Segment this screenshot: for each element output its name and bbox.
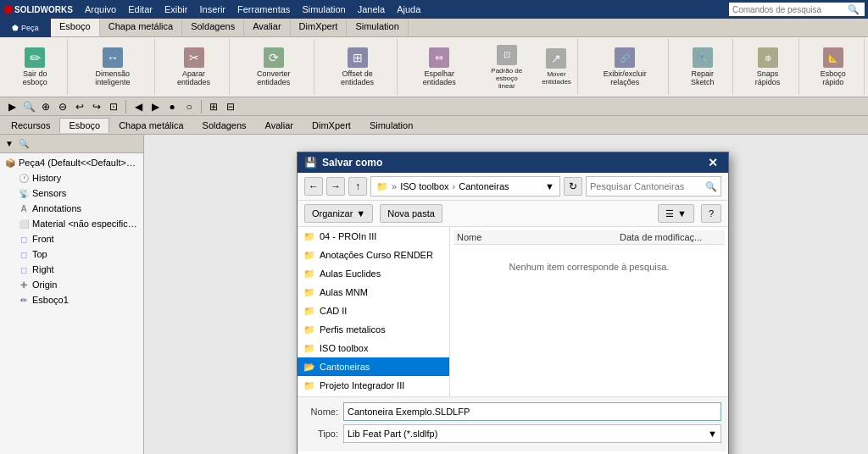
search-input[interactable] <box>729 5 848 14</box>
subtab-avaliar[interactable]: Avaliar <box>256 118 303 133</box>
tree-item-esboço1[interactable]: ✏ Esboço1 <box>15 292 142 307</box>
view-button[interactable]: ☰ ▼ <box>658 204 694 223</box>
ribbon-tab-simulation[interactable]: Simulation <box>347 19 408 36</box>
sair-esboço-button[interactable]: ✏ Sair do esboço <box>7 46 64 88</box>
toolbar2-btn10[interactable]: ● <box>164 99 181 114</box>
col-date-header[interactable]: Data de modificaç... <box>620 232 721 242</box>
type-dropdown-icon[interactable]: ▼ <box>708 429 717 439</box>
toolbar2-btn2[interactable]: 🔍 <box>20 99 37 114</box>
folder-cantoneiras[interactable]: 📂 Cantoneiras <box>298 357 449 376</box>
new-folder-button[interactable]: Nova pasta <box>380 204 442 223</box>
ribbon-tab-avaliar[interactable]: Avaliar <box>244 19 290 36</box>
subtab-soldagens[interactable]: Soldagens <box>193 118 256 133</box>
menu-inserir[interactable]: Inserir <box>194 3 231 16</box>
menu-exibir[interactable]: Exibir <box>159 3 193 16</box>
folder-mnm[interactable]: 📁 Aulas MNM <box>298 283 449 302</box>
ribbon-tab-chapa[interactable]: Chapa metálica <box>100 19 182 36</box>
refresh-button[interactable]: ↻ <box>564 177 582 196</box>
esboço-rapido-button[interactable]: 📐 Esboço rápido <box>806 46 860 88</box>
folder-perfis[interactable]: 📁 Perfis metalicos <box>298 320 449 339</box>
search-box[interactable]: 🔍 <box>729 3 865 16</box>
ribbon-tab-dimxpert[interactable]: DimXpert <box>291 19 348 36</box>
folder-euclides[interactable]: 📁 Aulas Euclides <box>298 264 449 283</box>
menu-janela[interactable]: Janela <box>353 3 390 16</box>
up-button[interactable]: ↑ <box>348 177 367 196</box>
tree-item-peca4[interactable]: 📦 Peça4 (Default<<Default>_Phot <box>2 155 142 170</box>
view-icon: ☰ <box>665 208 674 219</box>
folder-label: Aulas Euclides <box>320 269 381 279</box>
menu-arquivo[interactable]: Arquivo <box>80 3 121 16</box>
menu-simulation[interactable]: Simulation <box>297 3 350 16</box>
aparar-entidades-button[interactable]: ✂ Aparar entidades <box>162 46 225 88</box>
filename-input[interactable] <box>343 402 721 421</box>
col-name-header[interactable]: Nome <box>457 232 620 242</box>
dialog-search[interactable]: 🔍 <box>586 176 721 197</box>
toolbar2-btn8[interactable]: ◀ <box>130 99 147 114</box>
ribbon-group-snaps: ⊕ Snaps rápidos <box>737 39 798 95</box>
tree-label-annotations: Annotations <box>32 203 81 213</box>
toolbar2-btn13[interactable]: ⊟ <box>222 99 239 114</box>
converter-entidades-button[interactable]: ⟳ Converter entidades <box>236 46 310 88</box>
toolbar2-btn6[interactable]: ↪ <box>88 99 105 114</box>
toolbar2-btn4[interactable]: ⊖ <box>54 99 71 114</box>
dimensao-inteligente-button[interactable]: ↔ Dimensão inteligente <box>75 46 151 88</box>
tree-item-right[interactable]: ◻ Right <box>15 262 142 277</box>
tree-item-origin[interactable]: ✚ Origin <box>15 277 142 292</box>
breadcrumb-dropdown-icon[interactable]: ▼ <box>545 181 554 191</box>
left-panel-toolbar: ▼ 🔍 <box>0 135 143 153</box>
origin-icon: ✚ <box>17 278 31 291</box>
toolbar2-btn5[interactable]: ↩ <box>71 99 88 114</box>
menu-editar[interactable]: Editar <box>123 3 158 16</box>
tree-item-front[interactable]: ◻ Front <box>15 231 142 246</box>
toolbar2-btn9[interactable]: ▶ <box>147 99 164 114</box>
subtab-esboço[interactable]: Esboço <box>59 118 109 133</box>
tree-item-material[interactable]: ⬜ Material <não especificado> <box>15 216 142 231</box>
folder-04proin[interactable]: 📁 04 - PROIn III <box>298 227 449 246</box>
subtab-dimxpert[interactable]: DimXpert <box>303 118 360 133</box>
help-button[interactable]: ? <box>701 204 721 223</box>
toolbar2-btn12[interactable]: ⊞ <box>205 99 222 114</box>
type-select[interactable]: Lib Feat Part (*.sldlfp) ▼ <box>343 424 721 443</box>
tree-item-annotations[interactable]: A Annotations <box>15 201 142 216</box>
mover-entidades-button[interactable]: ↗ Moverentidades <box>539 47 575 87</box>
name-field-row: Nome: <box>304 402 721 421</box>
organize-button[interactable]: Organizar ▼ <box>304 204 373 223</box>
subtab-chapa[interactable]: Chapa metálica <box>109 118 192 133</box>
folder-projeto[interactable]: 📁 Projeto Integrador III <box>298 376 449 395</box>
subtab-simulation[interactable]: Simulation <box>360 118 422 133</box>
tree-item-history[interactable]: 🕐 History <box>15 170 142 185</box>
toolbar2-btn3[interactable]: ⊕ <box>37 99 54 114</box>
dialog-nav: ← → ↑ 📁 » ISO toolbox › Cantoneiras ▼ ↻ <box>298 173 728 201</box>
right-plane-icon: ◻ <box>17 263 31 276</box>
toolbar2-btn11[interactable]: ○ <box>181 99 198 114</box>
breadcrumb[interactable]: 📁 » ISO toolbox › Cantoneiras ▼ <box>370 176 560 197</box>
forward-button[interactable]: → <box>326 177 345 196</box>
dialog-footer: Nome: Tipo: Lib Feat Part (*.sldlfp) ▼ <box>298 396 728 451</box>
folder-anotacoes[interactable]: 📁 Anotações Curso RENDER <box>298 246 449 264</box>
offset-entidades-button[interactable]: ⊞ Offset de entidades <box>321 46 392 88</box>
tree-item-top[interactable]: ◻ Top <box>15 246 142 262</box>
dialog-search-icon: 🔍 <box>705 181 717 192</box>
ribbon-tab-sketch[interactable]: Esboço <box>51 19 100 36</box>
dialog-close-button[interactable]: ✕ <box>704 154 721 171</box>
dialog-search-input[interactable] <box>590 181 705 191</box>
lp-filter-btn[interactable]: ▼ <box>2 137 17 151</box>
folder-isotoolbox[interactable]: 📁 ISO toolbox <box>298 339 449 357</box>
snaps-rapidos-button[interactable]: ⊕ Snaps rápidos <box>740 46 794 88</box>
folder-cad2[interactable]: 📁 CAD II <box>298 302 449 320</box>
toolbar2-btn1[interactable]: ▶ <box>3 99 20 114</box>
back-button[interactable]: ← <box>304 177 323 196</box>
padrao-esboço-linear-button[interactable]: ⊡ Padrão de esboçolinear <box>476 43 537 91</box>
espelhar-entidades-button[interactable]: ⇔ Espelhar entidades <box>404 46 475 88</box>
folder-icon: 📁 <box>303 379 316 392</box>
ribbon-tab-soldagens[interactable]: Soldagens <box>182 19 244 36</box>
menu-ajuda[interactable]: Ajuda <box>392 3 426 16</box>
menu-ferramentas[interactable]: Ferramentas <box>232 3 295 16</box>
toolbar2-btn7[interactable]: ⊡ <box>105 99 122 114</box>
sketch-canvas-area[interactable]: 12 40 5 <box>144 135 868 454</box>
subtab-recursos[interactable]: Recursos <box>2 118 59 133</box>
empty-message: Nenhum item corresponde à pesquisa. <box>453 245 725 289</box>
exibir-excluir-relacoes-button[interactable]: 🔗 Exibir/excluir relações <box>585 46 665 88</box>
repair-sketch-button[interactable]: 🔧 Repair Sketch <box>676 46 729 88</box>
tree-item-sensors[interactable]: 📡 Sensors <box>15 185 142 201</box>
